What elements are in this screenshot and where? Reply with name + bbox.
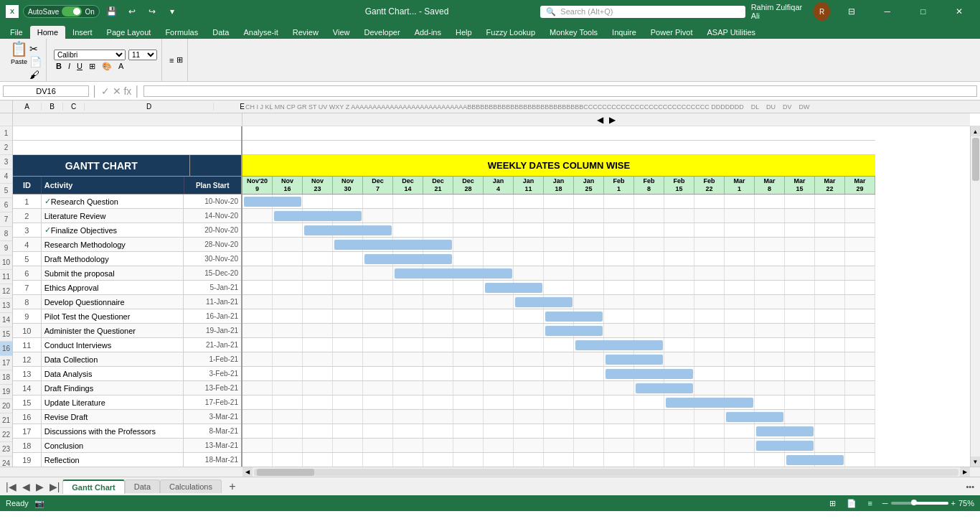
tab-power-pivot[interactable]: Power Pivot <box>644 26 700 39</box>
frozen-row-1[interactable]: 1 ✓ Research Question 10-Nov-20 <box>13 195 241 209</box>
tab-nav-next[interactable]: ▶ <box>33 481 47 492</box>
gantt-cell-13-col-20 <box>845 367 875 380</box>
font-size-select[interactable]: 11 <box>128 50 157 60</box>
scroll-right-button[interactable]: ▶ <box>609 115 616 125</box>
sheet-tab-calculations[interactable]: Calculations <box>160 479 222 493</box>
v-scroll-thumb[interactable] <box>972 138 979 181</box>
tab-page-layout[interactable]: Page Layout <box>100 26 159 39</box>
frozen-row-7[interactable]: 7 Ethics Approval 5-Jan-21 <box>13 281 241 295</box>
formula-input[interactable] <box>143 85 977 97</box>
frozen-row-18[interactable]: 18 Conclusion 13-Mar-21 <box>13 439 241 453</box>
frozen-row-12[interactable]: 12 Data Collection 1-Feb-21 <box>13 352 241 367</box>
v-scrollbar[interactable]: ▲ ▼ <box>970 126 980 467</box>
frozen-row-15[interactable]: 15 Update Literature 17-Feb-21 <box>13 396 241 410</box>
tab-inquire[interactable]: Inquire <box>605 26 644 39</box>
frozen-row-10[interactable]: 10 Administer the Questioner 19-Jan-21 <box>13 324 241 338</box>
frozen-row-17[interactable]: 17 Discussions with the Professors 8-Mar… <box>13 424 241 439</box>
cut-button[interactable]: ✂ <box>29 43 42 55</box>
gantt-cell-1-col-16 <box>725 195 755 208</box>
sheet-tab-data[interactable]: Data <box>125 479 160 493</box>
tab-formulas[interactable]: Formulas <box>158 26 205 39</box>
zoom-out-button[interactable]: ─ <box>882 499 888 507</box>
page-layout-view-button[interactable]: 📄 <box>845 497 858 510</box>
tab-developer[interactable]: Developer <box>357 26 407 39</box>
tab-view[interactable]: View <box>326 26 357 39</box>
frozen-row-19[interactable]: 19 Reflection 18-Mar-21 <box>13 453 241 467</box>
tab-file[interactable]: File <box>3 26 30 39</box>
frozen-row-5[interactable]: 5 Draft Methodology 30-Nov-20 <box>13 252 241 266</box>
copy-button[interactable]: 📄 <box>29 56 42 67</box>
frozen-row-13[interactable]: 13 Data Analysis 3-Feb-21 <box>13 367 241 381</box>
zoom-slider[interactable] <box>891 502 948 505</box>
tab-add-ins[interactable]: Add-ins <box>407 26 448 39</box>
frozen-row-11[interactable]: 11 Conduct Interviews 21-Jan-21 <box>13 338 241 352</box>
save-button[interactable]: 💾 <box>104 4 120 19</box>
paste-button[interactable]: 📋 <box>10 40 28 57</box>
frozen-row-3[interactable]: 3 ✓ Finalize Objectives 20-Nov-20 <box>13 223 241 238</box>
v-scroll-down[interactable]: ▼ <box>971 457 981 467</box>
redo-button[interactable]: ↪ <box>144 4 160 19</box>
frozen-row-9[interactable]: 9 Pilot Test the Questioner 16-Jan-21 <box>13 309 241 324</box>
tab-help[interactable]: Help <box>448 26 479 39</box>
v-scroll-up[interactable]: ▲ <box>971 126 981 136</box>
tab-analyse-it[interactable]: Analyse-it <box>236 26 285 39</box>
tab-fuzzy-lookup[interactable]: Fuzzy Lookup <box>479 26 542 39</box>
search-box[interactable]: 🔍 Search (Alt+Q) <box>540 6 745 18</box>
scroll-left-button[interactable]: ◀ <box>597 115 603 125</box>
frozen-row-6[interactable]: 6 Submit the proposal 15-Dec-20 <box>13 266 241 281</box>
gantt-cell-8-col-12 <box>604 295 634 309</box>
undo-button[interactable]: ↩ <box>124 4 140 19</box>
name-box[interactable] <box>3 85 89 97</box>
frozen-row-14[interactable]: 14 Draft Findings 13-Feb-21 <box>13 381 241 396</box>
page-break-view-button[interactable]: ≡ <box>864 497 877 510</box>
tab-insert[interactable]: Insert <box>65 26 100 39</box>
gantt-cell-19-col-15 <box>694 453 725 467</box>
bold-button[interactable]: B <box>54 62 64 71</box>
frozen-row-8[interactable]: 8 Develop Questionnaire 11-Jan-21 <box>13 295 241 309</box>
zoom-slider-thumb[interactable] <box>911 500 917 505</box>
gantt-cell-16-col-12 <box>604 410 634 424</box>
underline-button[interactable]: U <box>75 62 85 71</box>
gantt-cell-11-col-20 <box>845 338 875 352</box>
tab-bar-dots[interactable]: ••• <box>966 482 974 491</box>
minimize-button[interactable]: ─ <box>872 0 903 23</box>
frozen-row-16[interactable]: 16 Revise Draft 3-Mar-21 <box>13 410 241 424</box>
h-scroll-thumb[interactable] <box>257 469 314 476</box>
frozen-row-2[interactable]: 2 Literature Review 14-Nov-20 <box>13 209 241 223</box>
id-cell-5: 5 <box>13 252 42 266</box>
more-qa-button[interactable]: ▾ <box>164 4 180 19</box>
close-button[interactable]: ✕ <box>944 0 974 23</box>
italic-button[interactable]: I <box>66 62 72 71</box>
border-button[interactable]: ⊞ <box>87 62 98 71</box>
tab-monkey-tools[interactable]: Monkey Tools <box>542 26 605 39</box>
sheet-tab-gantt-chart[interactable]: Gantt Chart <box>62 479 125 494</box>
add-sheet-button[interactable]: + <box>225 479 240 495</box>
tab-nav-last[interactable]: ▶| <box>47 481 63 492</box>
autosave-badge[interactable]: AutoSave On <box>23 5 100 18</box>
tab-nav-prev[interactable]: ◀ <box>19 481 33 492</box>
font-color-button[interactable]: A <box>116 62 126 71</box>
tab-asap-utilities[interactable]: ASAP Utilities <box>699 26 763 39</box>
ribbon-display-button[interactable]: ⊟ <box>836 0 866 23</box>
zoom-in-button[interactable]: + <box>951 499 956 507</box>
normal-view-button[interactable]: ⊞ <box>826 497 839 510</box>
gantt-cell-3-col-1 <box>273 223 303 237</box>
format-painter-button[interactable]: 🖌 <box>29 69 42 80</box>
h-scrollbar[interactable]: ◀ ▶ <box>0 467 980 477</box>
tab-nav-first[interactable]: |◀ <box>3 481 19 492</box>
maximize-button[interactable]: □ <box>908 0 938 23</box>
h-scroll-right-arrow[interactable]: ▶ <box>960 467 970 477</box>
frozen-row-4[interactable]: 4 Research Methodology 28-Nov-20 <box>13 238 241 252</box>
wrap-text-button[interactable]: ≡ <box>169 56 174 65</box>
tab-home[interactable]: Home <box>30 26 65 39</box>
gantt-cell-8-col-16 <box>725 295 755 309</box>
font-family-select[interactable]: Calibri <box>54 50 126 60</box>
merge-button[interactable]: ⊞ <box>176 55 183 65</box>
h-scroll-left-arrow[interactable]: ◀ <box>242 467 253 477</box>
autosave-toggle[interactable] <box>62 6 82 17</box>
tab-data[interactable]: Data <box>205 26 236 39</box>
user-avatar[interactable]: R <box>814 2 831 21</box>
tab-review[interactable]: Review <box>286 26 326 39</box>
gantt-bar-row-3 <box>242 223 875 238</box>
fill-color-button[interactable]: 🎨 <box>100 62 114 71</box>
